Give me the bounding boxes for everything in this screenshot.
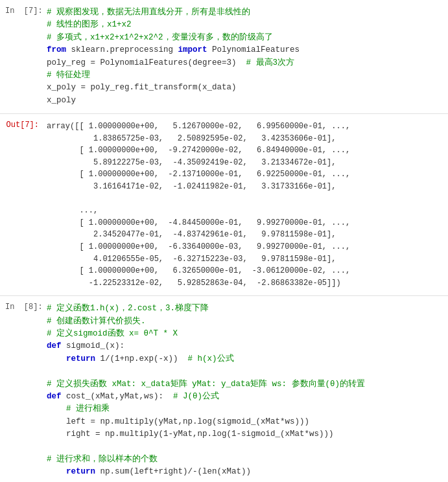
comment: # 进行求和，除以样本的个数 xyxy=(47,455,158,464)
comment: # 创建函数计算代价损失. xyxy=(47,317,146,326)
cell-content-out7: array([[ 1.00000000e+00, 5.12670000e-02,… xyxy=(44,118,448,292)
comment: # 观察图发现，数据无法用直线分开，所有是非线性的 xyxy=(47,8,250,17)
comment: # 最高3次方 xyxy=(246,58,295,67)
keyword-def1: def xyxy=(47,341,62,350)
cell-input-8: In [8]: # 定义函数1.h(x)，2.cost，3.梯度下降 # 创建函… xyxy=(0,296,448,482)
keyword-return2: return xyxy=(66,467,95,476)
comment: # J(θ)公式 xyxy=(173,392,219,401)
cell-label-in7: In [7]: xyxy=(0,4,44,109)
cell-content-in8: # 定义函数1.h(x)，2.cost，3.梯度下降 # 创建函数计算代价损失.… xyxy=(44,300,448,481)
comment: # 进行相乘 xyxy=(66,404,110,413)
cell-content-in7: # 观察图发现，数据无法用直线分开，所有是非线性的 # 线性的图形，x1+x2 … xyxy=(44,4,448,109)
comment: # 线性的图形，x1+x2 xyxy=(47,20,132,29)
comment: # 定义sigmoid函数 x= θ^T * X xyxy=(47,329,178,338)
comment: # 定义损失函数 xMat: x_data矩阵 yMat: y_data矩阵 w… xyxy=(47,380,365,389)
comment: # 定义函数1.h(x)，2.cost，3.梯度下降 xyxy=(47,304,209,313)
cell-input-7: In [7]: # 观察图发现，数据无法用直线分开，所有是非线性的 # 线性的图… xyxy=(0,0,448,114)
cell-output-7: Out[7]: array([[ 1.00000000e+00, 5.12670… xyxy=(0,114,448,296)
keyword-from: from xyxy=(47,45,66,54)
cell-label-in8: In [8]: xyxy=(0,300,44,481)
comment: # h(x)公式 xyxy=(188,354,234,363)
keyword-import: import xyxy=(178,45,207,54)
comment: # 特征处理 xyxy=(47,71,90,80)
keyword-return1: return xyxy=(66,354,95,363)
notebook: In [7]: # 观察图发现，数据无法用直线分开，所有是非线性的 # 线性的图… xyxy=(0,0,448,482)
keyword-def2: def xyxy=(47,392,62,401)
cell-label-out7: Out[7]: xyxy=(0,118,44,292)
comment: # 多项式，x1+x2+x1^2+x2^2，变量没有多，数的阶级高了 xyxy=(47,33,273,42)
